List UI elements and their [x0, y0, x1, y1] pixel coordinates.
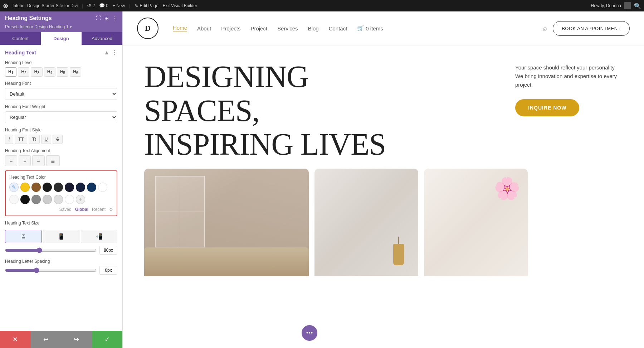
section-header: Heading Text ▲ ⋮ — [5, 49, 117, 56]
panel-tabs: Content Design Advanced — [0, 32, 122, 45]
panel-title: Heading Settings — [5, 15, 52, 21]
color-tab-saved[interactable]: Saved — [59, 207, 72, 212]
top-search-icon[interactable]: 🔍 — [634, 3, 641, 9]
size-tablet-icon[interactable]: 📱 — [43, 230, 79, 243]
nav-projects[interactable]: Projects — [221, 25, 240, 32]
howdy-section: Howdy, Deanna 🔍 — [591, 2, 641, 9]
text-size-input[interactable]: 80px — [99, 246, 117, 255]
section-collapse-icon[interactable]: ▲ — [104, 49, 109, 56]
heading-font-select[interactable]: Default Georgia Arial Times New Roman — [5, 88, 117, 100]
color-swatch-black1[interactable] — [43, 183, 52, 192]
style-uppercase[interactable]: TT — [15, 135, 27, 144]
nav-services[interactable]: Services — [277, 25, 298, 32]
nav-search-icon[interactable]: ⌕ — [543, 25, 547, 32]
site-name: Interior Design Starter Site for Divi — [13, 3, 78, 8]
color-swatch-lightgray2[interactable] — [54, 195, 63, 204]
nav-home[interactable]: Home — [173, 25, 187, 32]
heading-level-h1[interactable]: H1 — [5, 67, 16, 77]
style-strikethrough[interactable]: S — [53, 135, 63, 144]
nav-project[interactable]: Project — [250, 25, 267, 32]
heading-letter-spacing-label: Heading Letter Spacing — [5, 259, 117, 264]
eyedropper-tool[interactable]: ✎ — [9, 183, 19, 192]
nav-cart[interactable]: 🛒 0 items — [357, 25, 383, 32]
color-swatch-darkblue1[interactable] — [65, 183, 74, 192]
color-swatch-white2[interactable] — [9, 195, 19, 204]
size-mobile-icon[interactable]: 📲 — [81, 230, 117, 243]
panel-fullscreen-icon[interactable]: ⛶ — [96, 15, 101, 21]
nav-blog[interactable]: Blog — [308, 25, 319, 32]
tab-design[interactable]: Design — [41, 32, 82, 45]
heading-font-weight-label: Heading Font Weight — [5, 104, 117, 109]
heading-levels: H1 H2 H3 H4 H5 H6 — [5, 67, 117, 77]
font-style-buttons: I TT Tt U S — [5, 135, 117, 144]
color-tab-global[interactable]: Global — [75, 207, 88, 212]
sofa-decoration — [144, 247, 309, 276]
letter-spacing-input[interactable]: 0px — [99, 266, 117, 275]
color-swatch-darkblue2[interactable] — [76, 183, 85, 192]
color-swatch-white3[interactable] — [65, 195, 74, 204]
comments-count[interactable]: 💬 0 — [99, 3, 108, 9]
heading-level-h4[interactable]: H4 — [44, 67, 55, 77]
letter-spacing-slider[interactable] — [5, 267, 97, 273]
hero-image-2 — [314, 169, 418, 276]
heading-level-h2[interactable]: H2 — [18, 67, 29, 77]
edit-page-button[interactable]: ✎ Edit Page — [135, 3, 158, 9]
color-swatch-yellow[interactable] — [20, 183, 30, 192]
exit-builder-button[interactable]: Exit Visual Builder — [163, 3, 197, 8]
revisions-count[interactable]: ↺ 2 — [87, 3, 95, 9]
section-title: Heading Text — [5, 50, 36, 55]
site-logo[interactable]: D — [137, 18, 158, 39]
panel-grid-icon[interactable]: ⊞ — [104, 15, 109, 21]
text-size-slider[interactable] — [5, 247, 97, 253]
heading-level-h5[interactable]: H5 — [57, 67, 68, 77]
hero-description: Your space should reflect your personali… — [515, 63, 623, 89]
color-swatch-gray[interactable] — [31, 195, 41, 204]
color-swatch-brown[interactable] — [31, 183, 41, 192]
cancel-button[interactable]: ✕ — [0, 331, 31, 348]
top-bar: ⊛ Interior Design Starter Site for Divi … — [0, 0, 644, 11]
tab-advanced[interactable]: Advanced — [82, 32, 122, 45]
heading-level-h3[interactable]: H3 — [31, 67, 42, 77]
align-center[interactable]: ≡ — [19, 155, 31, 166]
color-tab-recent[interactable]: Recent — [92, 207, 106, 212]
size-device-icons: 🖥 📱 📲 — [5, 230, 117, 243]
color-swatch-navy[interactable] — [87, 183, 96, 192]
heading-level-label: Heading Level — [5, 60, 117, 65]
heading-text-alignment-label: Heading Text Alignment — [5, 148, 117, 153]
heading-settings-panel: Heading Settings ⛶ ⊞ ⋮ Preset: Interior … — [0, 11, 123, 348]
nav-contact[interactable]: Contact — [329, 25, 347, 32]
color-swatch-lightgray1[interactable] — [43, 195, 52, 204]
align-left[interactable]: ≡ — [5, 155, 17, 166]
color-swatch-black2[interactable] — [54, 183, 63, 192]
inquire-now-button[interactable]: INQUIRE NOW — [515, 99, 579, 116]
color-tabs: Saved Global Recent ⚙ — [9, 207, 113, 212]
style-capitalize[interactable]: Tt — [29, 135, 40, 144]
panel-footer: ✕ ↩ ↪ ✓ — [0, 331, 122, 348]
floating-dots-button[interactable]: ••• — [302, 325, 317, 341]
images-row: 🌸 ••• — [123, 169, 644, 348]
save-button[interactable]: ✓ — [92, 331, 123, 348]
preset-label[interactable]: Preset: Interior Design Heading 1 — [5, 24, 68, 29]
style-underline[interactable]: U — [41, 135, 52, 144]
color-swatch-black3[interactable] — [20, 195, 30, 204]
nav-about[interactable]: About — [197, 25, 211, 32]
heading-font-weight-select[interactable]: Regular Bold Light Medium — [5, 111, 117, 123]
size-desktop-icon[interactable]: 🖥 — [5, 230, 42, 243]
new-button[interactable]: + New — [113, 3, 125, 8]
tab-content[interactable]: Content — [0, 32, 41, 45]
color-swatch-white-border[interactable] — [98, 183, 107, 192]
align-right[interactable]: ≡ — [32, 155, 44, 166]
hero-image-3: 🌸 — [424, 169, 528, 276]
heading-level-h6[interactable]: H6 — [70, 67, 81, 77]
book-appointment-button[interactable]: BOOK AN APPOINTMENT — [553, 21, 630, 36]
heading-text-color-label: Heading Text Color — [9, 175, 113, 180]
section-more-icon[interactable]: ⋮ — [112, 49, 117, 56]
panel-header: Heading Settings ⛶ ⊞ ⋮ — [0, 11, 122, 24]
panel-more-icon[interactable]: ⋮ — [112, 15, 117, 21]
align-justify[interactable]: ≣ — [46, 155, 60, 166]
add-color-btn[interactable]: + — [76, 195, 85, 204]
undo-button[interactable]: ↩ — [31, 331, 62, 348]
color-settings-icon[interactable]: ⚙ — [109, 207, 113, 212]
redo-button[interactable]: ↪ — [61, 331, 92, 348]
style-italic[interactable]: I — [5, 135, 13, 144]
